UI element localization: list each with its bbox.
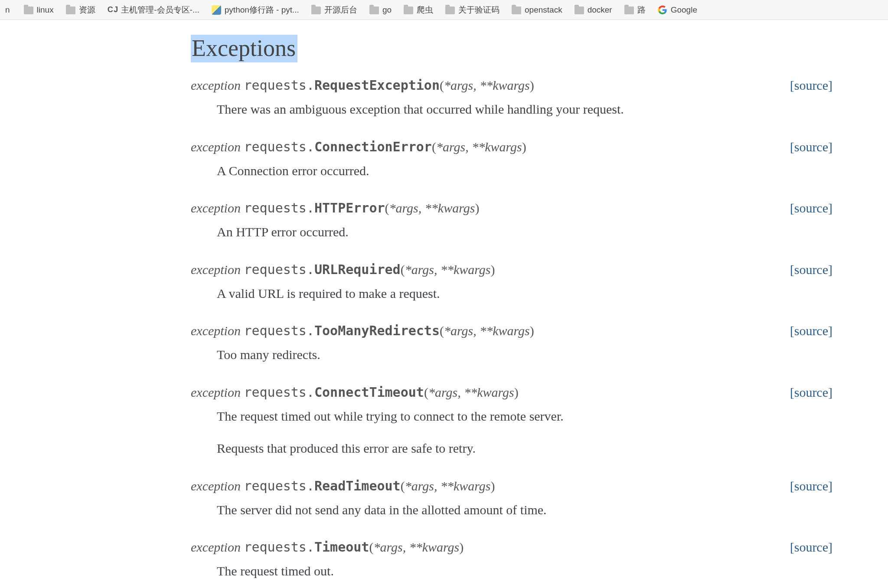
bookmark-item[interactable]: 关于验证码 [445,4,500,16]
source-link[interactable]: [source] [790,537,832,557]
args-star: *args [444,323,473,338]
keyword-exception: exception [191,540,241,554]
bookmark-item[interactable]: Google [658,5,697,15]
source-link[interactable]: [source] [790,321,832,340]
bookmark-fragment: n [5,5,12,15]
close-paren: ) [530,78,534,92]
args-separator: , [418,201,425,215]
bookmark-item[interactable]: 资源 [66,4,95,16]
bookmark-label: 路 [637,4,646,16]
bookmark-label: 爬虫 [417,4,433,16]
folder-icon [624,7,634,14]
close-paren: ) [530,323,534,338]
python-icon [212,5,221,15]
folder-icon [24,7,33,14]
class-name[interactable]: ConnectionError [314,139,432,154]
args-separator: , [473,323,480,338]
bookmark-item[interactable]: 开源后台 [311,4,357,16]
class-name[interactable]: ReadTimeout [314,478,401,493]
bookmark-item[interactable]: openstack [512,5,562,15]
source-link[interactable]: [source] [790,198,832,218]
bookmark-item[interactable]: go [369,5,392,15]
args-doublestar: **kwargs [441,262,491,277]
source-link[interactable]: [source] [790,260,832,279]
exception-description: A Connection error occurred. [217,161,832,181]
folder-icon [66,7,75,14]
bookmark-item[interactable]: 爬虫 [404,4,433,16]
module-name: requests. [244,478,314,493]
keyword-exception: exception [191,140,241,154]
folder-icon [575,7,584,14]
exception-description: The request timed out. [217,561,832,581]
bookmark-label: openstack [525,5,562,15]
exception-entry: exception requests.ReadTimeout(*args, **… [191,476,832,520]
class-name[interactable]: ConnectTimeout [314,385,424,400]
args-doublestar: **kwargs [464,385,514,399]
bookmark-item[interactable]: linux [24,5,54,15]
source-link[interactable]: [source] [790,382,832,402]
site-icon: C J [108,5,118,14]
bookmark-label: Google [671,5,697,15]
close-paren: ) [475,201,479,215]
bookmark-item[interactable]: 路 [624,4,646,16]
args-separator: , [473,78,480,92]
bookmark-item[interactable]: docker [575,5,612,15]
bookmark-item[interactable]: python修行路 - pyt... [212,4,299,16]
open-paren: ( [401,262,405,277]
exception-description: Too many redirects. [217,345,832,365]
bookmark-label: linux [37,5,54,15]
exception-entry: exception requests.RequestException(*arg… [191,75,832,120]
class-name[interactable]: TooManyRedirects [314,323,440,338]
source-link[interactable]: [source] [790,476,832,496]
exception-description: The request timed out while trying to co… [217,406,832,427]
open-paren: ( [424,385,428,399]
exception-signature: exception requests.URLRequired(*args, **… [191,260,832,279]
class-name[interactable]: Timeout [314,539,369,555]
keyword-exception: exception [191,385,241,399]
exception-description: An HTTP error occurred. [217,222,832,242]
keyword-exception: exception [191,78,241,92]
exception-signature: exception requests.RequestException(*arg… [191,75,832,95]
exception-signature: exception requests.HTTPError(*args, **kw… [191,198,832,218]
module-name: requests. [244,539,314,555]
exception-entry: exception requests.HTTPError(*args, **kw… [191,198,832,242]
folder-icon [445,7,455,14]
args-star: *args [436,140,465,154]
close-paren: ) [514,385,519,399]
folder-icon [404,7,413,14]
module-name: requests. [244,139,314,154]
section-title-exceptions: Exceptions [191,35,297,62]
module-name: requests. [244,385,314,400]
exception-description: A valid URL is required to make a reques… [217,284,832,304]
keyword-exception: exception [191,323,241,338]
close-paren: ) [491,262,495,277]
bookmark-label: 关于验证码 [458,4,500,16]
exception-entry: exception requests.ConnectionError(*args… [191,137,832,181]
args-star: *args [405,479,434,493]
args-doublestar: **kwargs [480,78,530,92]
exception-entry: exception requests.URLRequired(*args, **… [191,260,832,304]
keyword-exception: exception [191,479,241,493]
close-paren: ) [491,479,495,493]
open-paren: ( [440,323,444,338]
source-link[interactable]: [source] [790,75,832,95]
args-separator: , [434,479,441,493]
args-star: *args [405,262,434,277]
args-separator: , [465,140,472,154]
class-name[interactable]: RequestException [314,78,440,93]
source-link[interactable]: [source] [790,137,832,157]
bookmark-label: go [382,5,392,15]
close-paren: ) [459,540,464,554]
open-paren: ( [432,140,436,154]
bookmark-item[interactable]: C J主机管理-会员专区-... [108,4,199,16]
keyword-exception: exception [191,201,241,215]
class-name[interactable]: HTTPError [314,200,385,216]
args-star: *args [428,385,457,399]
module-name: requests. [244,262,314,277]
args-doublestar: **kwargs [441,479,491,493]
exception-signature: exception requests.ReadTimeout(*args, **… [191,476,832,496]
class-name[interactable]: URLRequired [314,262,401,277]
exception-description: The server did not send any data in the … [217,500,832,520]
args-star: *args [373,540,402,554]
exception-entry: exception requests.TooManyRedirects(*arg… [191,321,832,365]
